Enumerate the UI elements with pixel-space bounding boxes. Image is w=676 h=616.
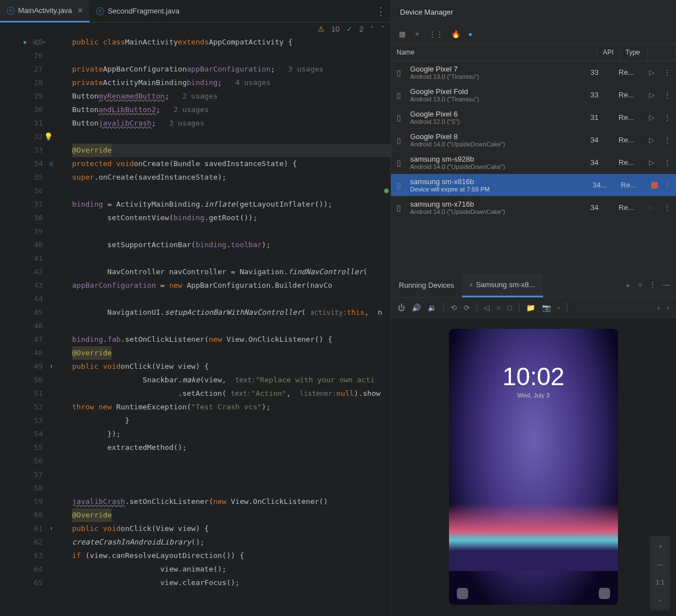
record-icon[interactable]: ▫ [558,303,561,312]
zoom-controls: ＋ — 1:1 ▫ [650,536,670,610]
home-icon[interactable]: ○ [496,303,501,312]
warning-icon[interactable]: ⚠ [318,25,324,33]
java-class-icon: C [7,7,15,15]
device-row[interactable]: ▯Google Pixel FoldAndroid 13.0 ("Tiramis… [391,84,676,106]
shortcut-left[interactable] [457,588,468,599]
device-row[interactable]: ▯samsung sm-s928bAndroid 14.0 ("UpsideDo… [391,151,676,174]
col-type[interactable]: Type [620,44,648,61]
run-icon[interactable]: ▷ [649,68,658,77]
grid-icon[interactable]: ▦ [399,30,406,38]
right-pane: Device Manager ▦ ＋ ⋮⋮ 🔥 ● Name API Type … [390,0,676,616]
tab-main-activity[interactable]: C MainActivity.java × [0,0,90,23]
expand-icon[interactable]: › [657,303,660,312]
device-name: samsung sm-x716b [410,200,585,208]
phone-icon: ▯ [397,113,404,122]
firebase-icon[interactable]: 🔥 [451,30,460,38]
device-mirror-view[interactable]: 10:02 Wed, July 3 ＋ — 1:1 ▫ [391,318,676,616]
zoom-ratio[interactable]: 1:1 [653,575,667,589]
more-icon[interactable]: ⋮ [664,181,670,189]
weak-warning-icon[interactable]: ✓ [346,25,353,33]
editor-body[interactable]: 25▶</>26272829303132💡3334◎35363738394041… [0,35,390,616]
device-subtitle: Device will expire at 7:59 PM [410,186,587,193]
tab-running-devices[interactable]: Running Devices [391,274,462,296]
run-icon[interactable]: ▷ [649,158,658,167]
device-api: 34 [590,203,613,212]
more-icon[interactable]: ⋮ [664,68,670,77]
volume-up-icon[interactable]: 🔊 [412,303,421,312]
device-type: Re... [619,91,643,99]
back-icon[interactable]: ◁ [484,303,490,312]
rotate-right-icon[interactable]: ⟳ [464,303,470,312]
col-actions [648,44,676,61]
device-type: Re... [619,136,643,144]
zoom-out-icon[interactable]: — [653,557,667,571]
code-area[interactable]: public class MainActivity extends AppCom… [56,35,390,616]
more-icon[interactable]: ⋮ [664,158,670,167]
device-name: Google Pixel Fold [410,87,585,96]
run-icon[interactable]: ▷ [649,113,658,122]
add-device-icon[interactable]: ＋ [413,29,421,39]
folder-icon[interactable]: 📁 [526,303,535,312]
col-name[interactable]: Name [391,44,597,61]
run-icon[interactable]: ▷ [649,203,658,212]
volume-down-icon[interactable]: 🔉 [428,303,437,312]
device-row[interactable]: ▯Google Pixel 6Android 12.0 ("S")31Re...… [391,106,676,129]
device-api: 31 [590,113,613,122]
table-header: Name API Type [391,44,676,61]
zoom-fit-icon[interactable]: ▫ [653,593,667,607]
more-icon[interactable]: ⋮ [664,91,670,99]
device-subtitle: Android 13.0 ("Tiramisu") [410,96,585,102]
add-icon[interactable]: ＋ [624,280,631,291]
tab-more-icon[interactable]: ⋮ [376,5,386,17]
phone-icon: ▯ [397,158,404,167]
run-icon[interactable]: ▷ [649,136,658,144]
close-icon[interactable]: × [78,6,83,16]
editor-inspection-bar: ⚠ 10 ✓ 2 ˄ ˅ [0,23,390,35]
minimize-icon[interactable]: — [663,280,670,291]
device-row[interactable]: ▯Google Pixel 8Android 14.0 ("UpsideDown… [391,129,676,151]
overview-icon[interactable]: □ [508,303,512,312]
device-subtitle: Android 14.0 ("UpsideDownCake") [410,163,585,170]
device-subtitle: Android 14.0 ("UpsideDownCake") [410,208,585,215]
device-name: Google Pixel 7 [410,65,585,73]
zoom-in-icon[interactable]: ＋ [653,539,667,553]
device-row[interactable]: ▯samsung sm-x816bDevice will expire at 7… [391,174,676,197]
filter-icon[interactable]: ▿ [638,280,642,291]
java-class-icon: C [96,7,104,15]
wifi-pair-icon[interactable]: ⋮⋮ [429,30,443,38]
shortcut-right[interactable] [599,588,610,599]
device-api: 33 [590,91,613,99]
weak-count: 2 [359,25,363,33]
more-icon[interactable]: ⋮ [664,203,670,212]
chevron-down-icon[interactable]: ˅ [381,25,385,33]
device-subtitle: Android 13.0 ("Tiramisu") [410,73,585,80]
tab-label: SecondFragment.java [108,7,179,15]
layout-icon[interactable]: ▫ [666,303,669,312]
samsung-icon[interactable]: ● [468,30,473,38]
screenshot-icon[interactable]: 📷 [542,303,551,312]
phone-icon: ▯ [397,91,404,100]
more-icon[interactable]: ⋮ [664,113,670,122]
device-screen[interactable]: 10:02 Wed, July 3 [449,329,618,605]
device-row[interactable]: ▯Google Pixel 7Android 13.0 ("Tiramisu")… [391,61,676,84]
run-icon[interactable]: ▷ [649,91,658,99]
running-devices-actions: ＋ ▿ ⋮ — [624,280,676,291]
more-icon[interactable]: ⋮ [664,136,670,144]
stop-icon[interactable] [651,182,658,189]
tab-samsung-device[interactable]: ▫ Samsung sm-x8... [462,274,542,297]
warning-count: 10 [331,25,339,33]
more-icon[interactable]: ⋮ [649,280,656,291]
tab-second-fragment[interactable]: C SecondFragment.java [90,0,186,23]
chevron-up-icon[interactable]: ˄ [370,25,374,33]
phone-icon: ▯ [397,136,404,145]
gutter[interactable]: 25▶</>26272829303132💡3334◎35363738394041… [0,35,56,616]
lock-screen-clock: 10:02 Wed, July 3 [449,363,618,399]
device-api: 34 [590,158,613,167]
col-api[interactable]: API [597,44,620,61]
power-icon[interactable]: ⏻ [398,303,405,312]
device-name: samsung sm-x816b [410,177,587,186]
rotate-left-icon[interactable]: ⟲ [451,303,457,312]
running-devices-tabs: Running Devices ▫ Samsung sm-x8... ＋ ▿ ⋮… [391,273,676,298]
editor-pane: C MainActivity.java × C SecondFragment.j… [0,0,390,616]
device-row[interactable]: ▯samsung sm-x716bAndroid 14.0 ("UpsideDo… [391,197,676,219]
